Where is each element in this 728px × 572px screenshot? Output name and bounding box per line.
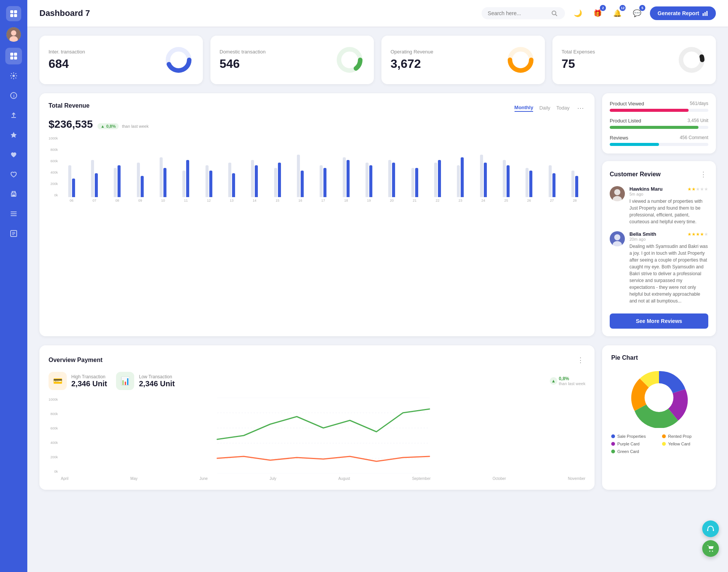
review-time-1: 20m ago [629,237,708,241]
svg-point-11 [13,75,15,77]
gift-badge: 2 [600,5,606,11]
stat-bar-value-2: 456 Comment [680,135,708,141]
tab-monthly[interactable]: Monthly [515,105,533,112]
sidebar-item-info[interactable]: i [5,87,22,104]
sidebar-item-dashboard[interactable] [5,48,22,64]
bar-group [312,144,334,197]
bar-gray [366,163,369,197]
svg-rect-24 [704,12,706,16]
svg-rect-17 [11,212,17,212]
bar-gray [434,163,437,197]
sidebar-item-menu[interactable] [5,205,22,222]
revenue-header: Total Revenue Monthly Daily Today ⋯ [49,102,585,114]
svg-rect-19 [11,215,17,216]
line-chart-x-labels: AprilMayJuneJuly AugustSeptemberOctoberN… [61,475,585,481]
bar-group [290,144,311,197]
bar-x-label: 23 [450,199,471,202]
sidebar-item-settings[interactable] [5,67,22,84]
payment-more-options[interactable]: ⋮ [576,354,585,366]
stat-bar-item: Product Listed 3,456 Unit [610,118,708,129]
svg-rect-46 [713,529,714,531]
svg-rect-23 [703,13,704,16]
charts-row: Total Revenue Monthly Daily Today ⋯ $236… [39,93,716,336]
svg-rect-45 [707,529,708,531]
tab-today[interactable]: Today [556,105,570,111]
low-transaction-info: Low Transaction 2,346 Unit [139,374,174,388]
review-avatar-1 [610,231,625,246]
bar-gray [571,171,574,197]
bar-x-label: 12 [198,199,220,202]
stat-bar-item: Reviews 456 Comment [610,135,708,146]
svg-point-5 [11,30,16,36]
dark-mode-toggle[interactable]: 🌙 [571,6,585,20]
bar-gray [480,155,483,197]
see-more-reviews-button[interactable]: See More Reviews [610,313,708,329]
svg-point-37 [613,241,622,246]
sidebar-item-print[interactable] [5,186,22,202]
revenue-change: ▲ 0,8% [97,123,119,129]
bar-blue [95,173,98,197]
stat-info-inter: Inter. transaction 684 [49,49,85,71]
cart-float-button[interactable] [702,540,719,557]
bar-x-label: 14 [244,199,265,202]
svg-rect-1 [14,10,17,13]
bar-group [84,144,105,197]
gift-icon-btn[interactable]: 🎁 2 [591,6,604,20]
tab-daily[interactable]: Daily [539,105,550,111]
avatar[interactable] [6,27,21,42]
sidebar-item-heart2[interactable] [5,166,22,183]
sidebar-item-upload[interactable] [5,107,22,124]
generate-report-button[interactable]: Generate Report [650,6,716,20]
chat-icon-btn[interactable]: 💬 5 [630,6,644,20]
bell-badge: 12 [620,5,626,11]
bar-group [152,144,174,197]
svg-rect-2 [10,14,13,17]
bar-chart-container: 1000k800k600k400k200k0k 0607080910111213… [49,136,585,202]
bar-blue [278,163,281,197]
review-more-options[interactable]: ⋮ [698,169,708,180]
bar-gray [503,160,506,197]
review-item: Bella Smith ★★★★★ 20m ago Dealing with S… [610,231,708,304]
chat-float-button[interactable] [702,520,719,537]
svg-rect-7 [10,53,13,56]
stat-label-expenses: Total Expenses [562,49,595,55]
bar-x-label: 08 [107,199,128,202]
stat-chart-expenses [676,45,707,75]
stat-chart-domestic [334,45,365,75]
svg-rect-3 [14,14,17,17]
sidebar-item-star[interactable] [5,127,22,143]
bar-group [335,144,356,197]
bar-blue [118,165,121,197]
bell-icon-btn[interactable]: 🔔 12 [610,6,624,20]
bar-x-label: 18 [335,199,356,202]
payment-title: Overview Payment [49,357,102,364]
payment-card: Overview Payment ⋮ 💳 High Transaction 2,… [39,345,595,490]
svg-point-48 [712,551,713,552]
stat-value-revenue: 3,672 [391,57,433,71]
bar-blue [461,157,464,197]
sidebar-item-heart[interactable] [5,146,22,163]
review-item: Hawkins Maru ★★★★★ 5m ago I viewed a num… [610,186,708,225]
revenue-amount-row: $236,535 ▲ 0,8% than last week [49,118,585,130]
star-0-0: ★ [687,186,692,192]
revenue-amount: $236,535 [49,118,93,130]
stat-bar-label-1: Product Listed [610,118,641,124]
sidebar-item-list[interactable] [5,225,22,242]
bar-gray [228,163,231,197]
svg-text:i: i [13,94,14,98]
customer-review-card: Customer Review ⋮ Hawkins Maru ★★★★★ 5m … [602,161,716,336]
search-input[interactable] [488,10,548,16]
stat-bar-track-2 [610,143,708,146]
payment-up-icon: ▲ [550,377,557,385]
svg-point-47 [709,551,711,552]
bar-x-label: 20 [381,199,402,202]
legend-purple-card: Purple Card [611,442,656,446]
svg-point-34 [614,189,620,195]
stat-bar-value-0: 561/days [690,101,708,107]
more-options[interactable]: ⋯ [576,102,585,114]
cart-icon [707,545,714,552]
bar-blue [507,165,510,197]
stat-bar-label-2: Reviews [610,135,628,141]
bar-blue [255,165,258,197]
chart-icon [702,10,708,16]
